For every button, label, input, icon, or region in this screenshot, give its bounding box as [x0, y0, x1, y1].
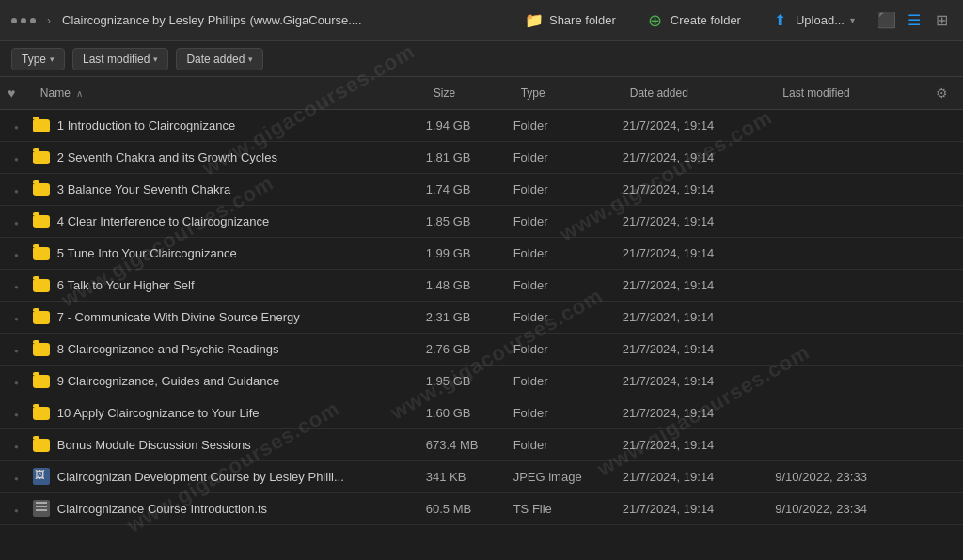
name-cell[interactable]: 4 Clear Interference to Claircognizance [33, 205, 426, 237]
last-modified-cell: 9/10/2022, 23:34 [775, 492, 928, 524]
type-filter-button[interactable]: Type ▾ [11, 48, 65, 70]
grid-view-icon[interactable]: ⊞ [932, 8, 952, 33]
favorite-cell[interactable]: ● [0, 428, 33, 460]
table-row[interactable]: ●7 - Communicate With Divine Source Ener… [0, 301, 963, 333]
type-cell: JPEG image [513, 460, 623, 492]
window-controls[interactable] [11, 18, 36, 23]
last-modified-cell [775, 333, 928, 365]
row-settings-cell [928, 492, 963, 524]
table-row[interactable]: ●Bonus Module Discussion Sessions673.4 M… [0, 428, 963, 460]
table-row[interactable]: ●1 Introduction to Claircognizance1.94 G… [0, 109, 963, 141]
name-cell[interactable]: 6 Talk to Your Higher Self [33, 269, 426, 301]
table-row[interactable]: ●Claircognizan Development Course by Les… [0, 460, 963, 492]
date-added-cell: 21/7/2024, 19:14 [623, 269, 776, 301]
filter-bar: Type ▾ Last modified ▾ Date added ▾ [0, 41, 963, 77]
name-cell[interactable]: 8 Claircognizance and Psychic Readings [33, 333, 426, 365]
favorite-dot: ● [14, 347, 19, 355]
type-cell: Folder [513, 301, 623, 333]
type-cell: Folder [513, 333, 623, 365]
size-cell: 1.94 GB [426, 109, 513, 141]
name-cell[interactable]: 2 Seventh Chakra and its Growth Cycles [33, 141, 426, 173]
date-added-value: 21/7/2024, 19:14 [623, 118, 715, 132]
date-added-value: 21/7/2024, 19:14 [623, 374, 715, 388]
name-cell[interactable]: 1 Introduction to Claircognizance [33, 109, 426, 141]
col-header-settings[interactable]: ⚙ [928, 77, 963, 109]
row-settings-cell [928, 365, 963, 397]
name-cell[interactable]: 9 Claircognizance, Guides and Guidance [33, 365, 426, 397]
favorite-cell[interactable]: ● [0, 109, 33, 141]
name-cell[interactable]: Bonus Module Discussion Sessions [33, 428, 426, 460]
dot-2 [21, 18, 26, 23]
table-row[interactable]: ●Claircognizance Course Introduction.ts6… [0, 492, 963, 524]
favorite-cell[interactable]: ● [0, 301, 33, 333]
favorite-cell[interactable]: ● [0, 141, 33, 173]
date-added-filter-button[interactable]: Date added ▾ [176, 48, 263, 70]
create-folder-button[interactable]: ⊕ Create folder [639, 8, 749, 34]
last-modified-filter-button[interactable]: Last modified ▾ [72, 48, 168, 70]
heart-icon: ♥ [8, 86, 15, 101]
file-type: Folder [513, 374, 548, 388]
size-cell: 1.48 GB [426, 269, 513, 301]
type-cell: Folder [513, 109, 623, 141]
favorite-cell[interactable]: ● [0, 173, 33, 205]
favorite-cell[interactable]: ● [0, 269, 33, 301]
table-row[interactable]: ●4 Clear Interference to Claircognizance… [0, 205, 963, 237]
name-cell[interactable]: 3 Balance Your Seventh Chakra [33, 173, 426, 205]
file-type: Folder [513, 438, 548, 452]
name-cell[interactable]: Claircognizance Course Introduction.ts [33, 492, 426, 524]
favorite-cell[interactable]: ● [0, 333, 33, 365]
upload-caret-icon[interactable]: ▾ [850, 15, 855, 25]
ts-file-icon [33, 500, 50, 517]
date-added-value: 21/7/2024, 19:14 [623, 438, 715, 452]
favorite-cell[interactable]: ● [0, 237, 33, 269]
file-name: 2 Seventh Chakra and its Growth Cycles [57, 150, 277, 164]
name-cell[interactable]: 7 - Communicate With Divine Source Energ… [33, 301, 426, 333]
folder-icon [33, 119, 50, 132]
table-row[interactable]: ●5 Tune Into Your Claircognizance1.99 GB… [0, 237, 963, 269]
upload-button[interactable]: ⬆ Upload... ▾ [764, 8, 862, 34]
favorite-cell[interactable]: ● [0, 205, 33, 237]
name-cell[interactable]: 5 Tune Into Your Claircognizance [33, 237, 426, 269]
table-row[interactable]: ●8 Claircognizance and Psychic Readings2… [0, 333, 963, 365]
share-label: Share folder [549, 13, 616, 27]
last-modified-cell [775, 365, 928, 397]
breadcrumb-title: Claircognizance by Lesley Phillips (www.… [62, 13, 510, 27]
type-cell: Folder [513, 205, 623, 237]
row-settings-cell [928, 237, 963, 269]
file-type: JPEG image [513, 470, 582, 484]
size-cell: 60.5 MB [426, 492, 513, 524]
folder-icon [33, 311, 50, 324]
row-settings-cell [928, 460, 963, 492]
favorite-cell[interactable]: ● [0, 365, 33, 397]
list-view-icon[interactable]: ☰ [904, 8, 924, 33]
file-size: 1.94 GB [426, 118, 471, 132]
name-cell[interactable]: Claircognizan Development Course by Lesl… [33, 460, 426, 492]
name-cell[interactable]: 10 Apply Claircognizance to Your Life [33, 397, 426, 428]
file-size: 1.95 GB [426, 374, 471, 388]
gear-icon[interactable]: ⚙ [936, 86, 948, 101]
row-settings-cell [928, 205, 963, 237]
table-row[interactable]: ●3 Balance Your Seventh Chakra1.74 GBFol… [0, 173, 963, 205]
date-added-cell: 21/7/2024, 19:14 [623, 397, 776, 428]
favorite-dot: ● [14, 155, 19, 163]
file-name: 3 Balance Your Seventh Chakra [57, 182, 230, 196]
table-row[interactable]: ●10 Apply Claircognizance to Your Life1.… [0, 397, 963, 428]
favorite-cell[interactable]: ● [0, 492, 33, 524]
share-folder-button[interactable]: 📁 Share folder [517, 8, 624, 34]
favorite-cell[interactable]: ● [0, 397, 33, 428]
table-row[interactable]: ●6 Talk to Your Higher Self1.48 GBFolder… [0, 269, 963, 301]
file-size: 1.81 GB [426, 150, 471, 164]
col-header-name[interactable]: Name ∧ [33, 77, 426, 109]
table-row[interactable]: ●2 Seventh Chakra and its Growth Cycles1… [0, 141, 963, 173]
col-header-last-modified: Last modified [775, 77, 928, 109]
date-added-value: 21/7/2024, 19:14 [623, 182, 715, 196]
col-header-type: Type [513, 77, 623, 109]
table-header-row: ♥ Name ∧ Size Type Date added Last modif… [0, 77, 963, 109]
favorite-cell[interactable]: ● [0, 460, 33, 492]
create-icon: ⊕ [646, 11, 665, 30]
table-row[interactable]: ●9 Claircognizance, Guides and Guidance1… [0, 365, 963, 397]
last-modified-cell: 9/10/2022, 23:33 [775, 460, 928, 492]
folder-icon [33, 407, 50, 420]
col-header-favorite: ♥ [0, 77, 33, 109]
photo-view-icon[interactable]: ⬛ [877, 11, 896, 29]
